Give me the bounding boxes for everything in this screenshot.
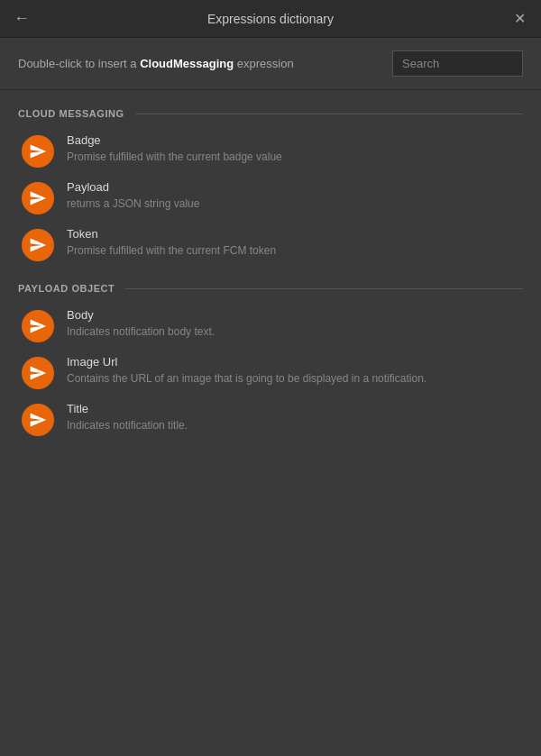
dialog-title: Expressions dictionary <box>32 12 509 26</box>
list-item[interactable]: BadgePromise fulfilled with the current … <box>18 133 523 168</box>
item-content: TokenPromise fulfilled with the current … <box>67 227 523 259</box>
back-button[interactable]: ← <box>11 9 32 28</box>
subtitle-bold: CloudMessaging <box>140 57 234 70</box>
subtitle-text: Double-click to insert a CloudMessaging … <box>18 57 294 70</box>
item-content: BodyIndicates notification body text. <box>67 308 523 340</box>
list-item[interactable]: BodyIndicates notification body text. <box>18 308 523 342</box>
subtitle-bar: Double-click to insert a CloudMessaging … <box>0 38 541 90</box>
list-item[interactable]: Payloadreturns a JSON string value <box>18 180 523 214</box>
cloud-messaging-icon <box>22 404 54 436</box>
item-description: Promise fulfilled with the current badge… <box>67 149 523 165</box>
title-bar: ← Expressions dictionary ✕ <box>0 0 541 38</box>
item-name: Title <box>67 402 523 415</box>
cloud-messaging-icon <box>22 229 54 261</box>
item-name: Badge <box>67 133 523 147</box>
section-title-payload-object: PAYLOAD OBJECT <box>18 283 115 294</box>
item-description: returns a JSON string value <box>67 196 523 212</box>
item-name: Payload <box>67 180 523 194</box>
item-name: Token <box>67 227 523 241</box>
item-name: Image Url <box>67 355 523 369</box>
item-name: Body <box>67 308 523 322</box>
list-item[interactable]: TokenPromise fulfilled with the current … <box>18 227 523 261</box>
section-header-payload-object: PAYLOAD OBJECT <box>18 283 523 294</box>
close-button[interactable]: ✕ <box>509 10 530 27</box>
section-header-cloud-messaging: CLOUD MESSAGING <box>18 108 523 119</box>
search-input[interactable] <box>392 50 523 77</box>
item-description: Contains the URL of an image that is goi… <box>67 370 523 387</box>
list-item[interactable]: Image UrlContains the URL of an image th… <box>18 355 523 389</box>
cloud-messaging-icon <box>22 310 54 342</box>
cloud-messaging-icon <box>22 357 54 389</box>
item-description: Promise fulfilled with the current FCM t… <box>67 242 523 259</box>
item-description: Indicates notification title. <box>67 417 523 433</box>
cloud-messaging-icon <box>22 182 54 214</box>
section-divider-cloud-messaging <box>135 114 523 114</box>
item-content: Image UrlContains the URL of an image th… <box>67 355 523 387</box>
list-item[interactable]: TitleIndicates notification title. <box>18 402 523 436</box>
item-content: TitleIndicates notification title. <box>67 402 523 433</box>
section-divider-payload-object <box>125 288 523 289</box>
section-title-cloud-messaging: CLOUD MESSAGING <box>18 108 124 119</box>
subtitle-suffix: expression <box>234 57 293 70</box>
item-content: Payloadreturns a JSON string value <box>67 180 523 212</box>
cloud-messaging-icon <box>22 135 54 168</box>
content-area: CLOUD MESSAGING BadgePromise fulfilled w… <box>0 90 541 756</box>
section-payload-object: PAYLOAD OBJECT BodyIndicates notificatio… <box>18 283 523 436</box>
item-description: Indicates notification body text. <box>67 323 523 340</box>
section-cloud-messaging: CLOUD MESSAGING BadgePromise fulfilled w… <box>18 108 523 261</box>
item-content: BadgePromise fulfilled with the current … <box>67 133 523 165</box>
subtitle-prefix: Double-click to insert a <box>18 57 140 70</box>
